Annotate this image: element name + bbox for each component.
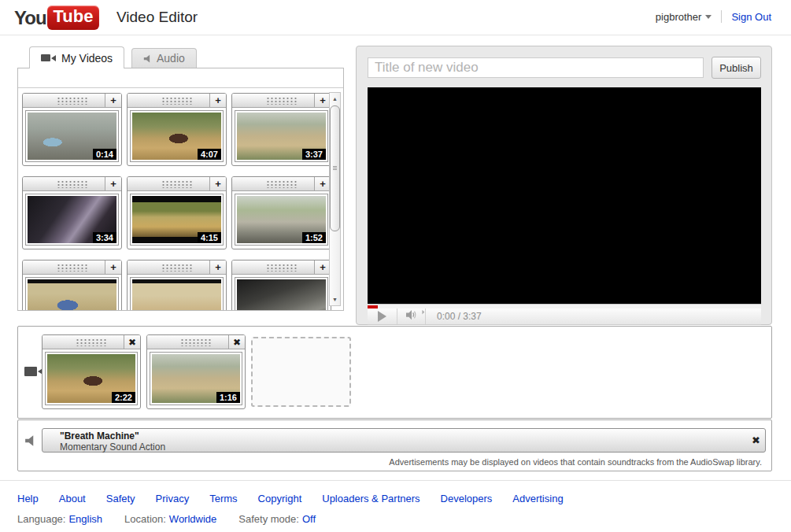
thumbnail-frame: 2:22 [45,352,138,405]
library-clip-jungle-trail[interactable]: + 4:15 [127,176,227,249]
title-input[interactable] [368,57,704,78]
play-button[interactable] [368,308,397,324]
location-value-link[interactable]: Worldwide [169,513,216,525]
grip-icon [161,96,193,105]
footer-link-safety[interactable]: Safety [106,493,135,504]
remove-clip-button[interactable]: ✖ [228,335,245,349]
add-clip-button[interactable]: + [105,94,121,107]
plus-icon: + [215,94,221,106]
tab-audio[interactable]: Audio [131,48,197,68]
footer-link-help[interactable]: Help [17,493,39,504]
header: You Tube Video Editor pigbrother Sign Ou… [0,0,791,35]
footer-settings: Language:English Location:Worldwide Safe… [17,513,316,525]
timeline-clip-mountain-road[interactable]: ✖ 1:16 [146,334,246,409]
grip-icon [266,96,298,105]
add-clip-button[interactable]: + [314,260,331,274]
drag-handle[interactable]: + [128,177,226,191]
thumbnail-frame: 1:52 [235,194,328,246]
scrollbar-thumb[interactable] [330,105,340,231]
library-clip-street-scene[interactable]: + 0:14 [22,93,122,166]
drag-handle[interactable]: + [23,177,121,191]
video-thumbnail[interactable]: 2:22 [47,354,135,403]
drag-handle[interactable]: + [128,94,226,108]
scroll-down-button[interactable]: ▼ [330,294,340,305]
page-title: Video Editor [116,9,198,26]
track-artist: Momentary Sound Action [60,441,165,453]
library-clip-mountain-road[interactable]: + 3:37 [231,93,331,166]
duration-badge: 4:15 [198,232,221,243]
footer-link-developers[interactable]: Developers [441,493,493,504]
add-clip-button[interactable]: + [314,94,331,107]
drag-handle[interactable]: ✖ [147,335,245,349]
safety-mode-label: Safety mode: [238,513,299,525]
drag-handle[interactable]: + [232,177,331,191]
add-clip-button[interactable]: + [314,177,331,190]
video-player-screen[interactable] [368,87,761,304]
video-thumbnail[interactable]: 3:37 [237,113,326,160]
plus-icon: + [215,261,221,273]
add-clip-button[interactable]: + [209,177,226,190]
arrow-up-icon: ▲ [332,96,338,102]
add-clip-button[interactable]: + [209,260,226,274]
remove-clip-button[interactable]: ✖ [124,335,140,349]
grip-icon [161,263,193,272]
video-thumbnail[interactable] [237,279,326,310]
duration-badge: 1:16 [216,392,240,403]
grip-icon [266,263,298,272]
library-clip-jungle-rally[interactable]: + 4:07 [127,93,227,166]
tab-my-videos[interactable]: My Videos [29,46,124,68]
youtube-logo[interactable]: You Tube [14,6,99,30]
language-setting: Language:English [17,513,102,525]
library-clip-night-track[interactable]: + [231,260,331,310]
drag-handle[interactable]: + [232,260,331,275]
grip-icon [57,179,88,188]
audio-track-bar[interactable]: "Breath Machine" Momentary Sound Action … [42,428,766,453]
publish-button[interactable]: Publish [712,57,761,79]
video-library-panel: + 0:14 + 4:07 + 3:37 + [17,68,344,311]
video-thumbnail[interactable]: 0:14 [28,113,116,160]
drag-handle[interactable]: + [23,260,121,275]
footer-link-terms[interactable]: Terms [209,493,237,504]
duration-badge: 1:52 [302,232,326,243]
video-thumbnail[interactable] [28,279,116,310]
library-clip-cockpit-view[interactable]: + 3:34 [22,176,122,249]
library-clip-desert-road[interactable]: + [127,260,227,310]
timeline-clip-jungle-rally[interactable]: ✖ 2:22 [42,334,141,409]
library-clip-onboard-road[interactable]: + 1:52 [231,176,331,249]
volume-button[interactable] [397,308,426,324]
sign-out-link[interactable]: Sign Out [731,11,771,23]
remove-audio-button[interactable]: ✖ [752,434,760,446]
footer-link-privacy[interactable]: Privacy [156,493,190,504]
drag-handle[interactable]: + [128,260,226,275]
location-setting: Location:Worldwide [124,513,216,525]
preview-panel: Publish 0:00 / 3:37 [356,46,772,325]
library-clip-stadium-rally[interactable]: + [22,260,122,310]
thumbnail-frame: 4:07 [130,110,224,162]
add-clip-button[interactable]: + [209,94,226,107]
library-scrollbar[interactable]: ▲ ▼ [329,92,341,306]
footer-link-advertising[interactable]: Advertising [512,493,563,504]
drag-handle[interactable]: + [232,94,331,108]
video-thumbnail[interactable]: 3:34 [28,196,116,243]
language-value-link[interactable]: English [68,513,102,525]
grip-icon [266,179,298,188]
footer-link-copyright[interactable]: Copyright [258,493,302,504]
add-clip-button[interactable]: + [105,177,121,190]
drag-handle[interactable]: + [23,94,121,108]
video-thumbnail[interactable]: 1:52 [237,196,326,243]
duration-badge: 0:14 [93,149,116,160]
account-area: pigbrother Sign Out [656,10,771,23]
drag-handle[interactable]: ✖ [43,335,140,349]
account-menu[interactable]: pigbrother [656,11,712,23]
video-thumbnail[interactable]: 4:07 [132,113,221,160]
safety-mode-value-link[interactable]: Off [302,513,316,525]
video-thumbnail[interactable]: 4:15 [132,196,221,243]
thumbnail-frame: 1:16 [150,352,242,405]
video-thumbnail[interactable] [132,279,221,310]
footer-link-about[interactable]: About [59,493,86,504]
scroll-up-button[interactable]: ▲ [330,93,340,105]
footer-link-uploaders-partners[interactable]: Uploaders & Partners [322,493,420,504]
video-thumbnail[interactable]: 1:16 [152,354,240,403]
add-clip-button[interactable]: + [105,260,121,274]
empty-clip-drop-slot[interactable] [251,337,351,407]
